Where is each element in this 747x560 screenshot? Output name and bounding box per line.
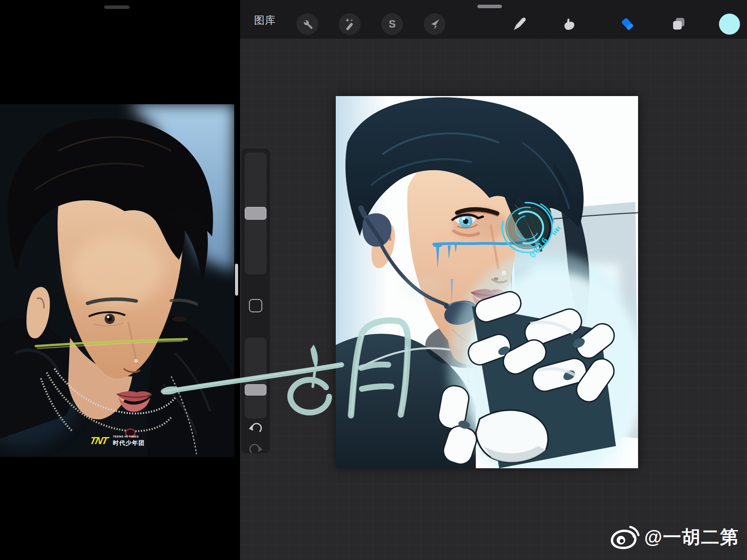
procreate-drag-handle[interactable] <box>477 5 502 8</box>
reference-photo[interactable]: TNT TEENS IN TIMES 时代少年团 <box>0 104 234 457</box>
canvas-background[interactable]: 0816 <box>240 38 747 560</box>
actions-button[interactable] <box>296 13 318 35</box>
svg-text:S: S <box>389 18 396 30</box>
selection-s-icon: S <box>386 18 399 31</box>
eraser-icon <box>620 16 635 32</box>
weibo-handle: @一胡二第 <box>644 525 739 550</box>
layers-icon <box>671 16 687 32</box>
smudge-finger-icon <box>561 17 576 32</box>
procreate-window: 图库 S <box>240 0 747 560</box>
ipad-split-screen: TNT TEENS IN TIMES 时代少年团 图库 <box>0 0 747 560</box>
digital-painting: 0816 <box>336 96 638 468</box>
brush-icon <box>512 17 527 32</box>
eraser-tool[interactable] <box>619 16 636 33</box>
magic-wand-icon <box>343 18 356 31</box>
opacity-slider[interactable] <box>245 338 267 418</box>
wrench-icon <box>301 18 314 30</box>
gallery-button[interactable]: 图库 <box>254 13 276 27</box>
undo-button[interactable] <box>248 421 263 436</box>
adjustments-button[interactable] <box>339 13 361 35</box>
selection-button[interactable]: S <box>381 13 403 35</box>
redo-button[interactable] <box>248 442 263 457</box>
brush-tool[interactable] <box>511 16 528 33</box>
transform-arrow-icon <box>428 18 441 30</box>
brush-sidebar <box>241 149 270 453</box>
layers-tool[interactable] <box>670 16 687 33</box>
transform-button[interactable] <box>424 13 445 35</box>
tnt-watermark: TNT TEENS IN TIMES 时代少年团 <box>89 435 145 446</box>
weibo-logo-icon <box>611 525 640 550</box>
opacity-handle[interactable] <box>245 384 267 396</box>
smudge-tool[interactable] <box>560 16 577 33</box>
color-swatch[interactable] <box>719 14 740 35</box>
reference-photo-image: TNT TEENS IN TIMES 时代少年团 <box>0 104 234 457</box>
weibo-watermark: @一胡二第 <box>611 525 739 550</box>
artwork-canvas[interactable]: 0816 <box>336 96 638 468</box>
left-window-drag-handle[interactable] <box>104 5 130 9</box>
procreate-toolbar: 图库 S <box>240 0 747 38</box>
brush-size-handle[interactable] <box>245 207 267 220</box>
tnt-brand: 时代少年团 <box>113 439 145 446</box>
modify-button[interactable] <box>249 299 262 312</box>
brush-size-slider[interactable] <box>245 152 267 275</box>
reference-photo-window: TNT TEENS IN TIMES 时代少年团 <box>0 0 240 560</box>
tnt-subtitle: TEENS IN TIMES <box>113 435 139 438</box>
photo-scroll-indicator[interactable] <box>235 264 238 296</box>
